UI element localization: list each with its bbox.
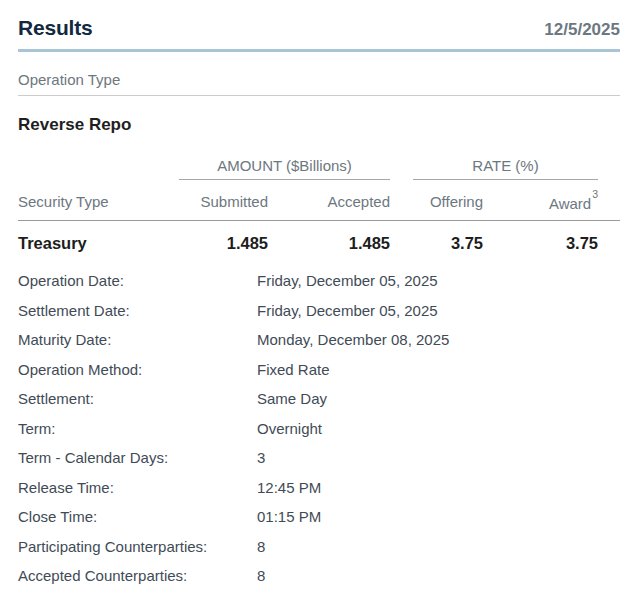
- detail-row-release-time: Release Time: 12:45 PM: [18, 473, 620, 503]
- results-panel: Results 12/5/2025 Operation Type Reverse…: [0, 0, 636, 591]
- detail-label: Accepted Counterparties:: [18, 567, 257, 584]
- detail-label: Settlement Date:: [18, 302, 257, 319]
- operation-type-value: Reverse Repo: [18, 115, 620, 135]
- securities-table: AMOUNT ($Billions) RATE (%) Security Typ…: [18, 157, 620, 253]
- detail-row-participating-counterparties: Participating Counterparties: 8: [18, 532, 620, 562]
- column-header-submitted: Submitted: [179, 193, 268, 212]
- table-column-header-row: Security Type Submitted Accepted Offerin…: [18, 180, 620, 221]
- detail-value: 8: [257, 538, 265, 555]
- detail-row-term: Term: Overnight: [18, 414, 620, 444]
- accent-divider: [18, 49, 620, 52]
- detail-value: Fixed Rate: [257, 361, 330, 378]
- group-header-spacer: [18, 157, 179, 180]
- detail-label: Participating Counterparties:: [18, 538, 257, 555]
- group-header-rate: RATE (%): [413, 157, 598, 180]
- column-header-security-type: Security Type: [18, 193, 179, 212]
- table-row-treasury: Treasury 1.485 1.485 3.75 3.75: [18, 221, 620, 253]
- detail-label: Term - Calendar Days:: [18, 449, 257, 466]
- column-header-award-label: Award: [549, 195, 591, 212]
- detail-row-accepted-counterparties: Accepted Counterparties: 8: [18, 561, 620, 591]
- award-footnote-ref: 3: [592, 188, 598, 200]
- detail-row-settlement: Settlement: Same Day: [18, 384, 620, 414]
- detail-label: Maturity Date:: [18, 331, 257, 348]
- detail-row-operation-date: Operation Date: Friday, December 05, 202…: [18, 266, 620, 296]
- column-header-offering: Offering: [390, 193, 483, 212]
- detail-label: Term:: [18, 420, 257, 437]
- detail-value: 8: [257, 567, 265, 584]
- detail-label: Operation Method:: [18, 361, 257, 378]
- section-divider: [18, 95, 620, 96]
- detail-row-maturity-date: Maturity Date: Monday, December 08, 2025: [18, 325, 620, 355]
- detail-value: Friday, December 05, 2025: [257, 302, 438, 319]
- detail-row-term-calendar-days: Term - Calendar Days: 3: [18, 443, 620, 473]
- award-rate-cell: 3.75: [483, 234, 620, 253]
- detail-label: Release Time:: [18, 479, 257, 496]
- detail-row-operation-method: Operation Method: Fixed Rate: [18, 355, 620, 385]
- detail-value: Monday, December 08, 2025: [257, 331, 449, 348]
- column-header-accepted: Accepted: [268, 193, 390, 212]
- detail-value: 3: [257, 449, 265, 466]
- page-title: Results: [18, 16, 92, 40]
- detail-value: Friday, December 05, 2025: [257, 272, 438, 289]
- detail-value: Overnight: [257, 420, 322, 437]
- detail-label: Settlement:: [18, 390, 257, 407]
- detail-value: 01:15 PM: [257, 508, 321, 525]
- detail-row-settlement-date: Settlement Date: Friday, December 05, 20…: [18, 296, 620, 326]
- detail-label: Close Time:: [18, 508, 257, 525]
- group-header-amount: AMOUNT ($Billions): [179, 157, 390, 180]
- column-header-award: Award3: [483, 193, 620, 212]
- operation-date-badge: 12/5/2025: [544, 20, 620, 40]
- security-type-cell: Treasury: [18, 234, 179, 253]
- table-group-header-row: AMOUNT ($Billions) RATE (%): [18, 157, 620, 180]
- accepted-amount-cell: 1.485: [268, 234, 390, 253]
- detail-value: Same Day: [257, 390, 327, 407]
- submitted-amount-cell: 1.485: [179, 234, 268, 253]
- operation-type-label: Operation Type: [18, 71, 620, 88]
- offering-rate-cell: 3.75: [390, 234, 483, 253]
- detail-label: Operation Date:: [18, 272, 257, 289]
- detail-row-close-time: Close Time: 01:15 PM: [18, 502, 620, 532]
- detail-value: 12:45 PM: [257, 479, 321, 496]
- operation-details-list: Operation Date: Friday, December 05, 202…: [18, 266, 620, 591]
- results-header: Results 12/5/2025: [18, 16, 620, 40]
